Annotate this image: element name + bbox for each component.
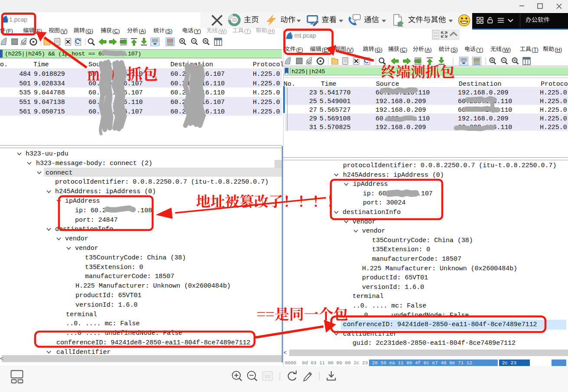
svg-text:(F): (F) (6, 28, 13, 34)
svg-text:(Y): (Y) (476, 47, 483, 53)
svg-text:(W): (W) (218, 28, 227, 34)
svg-text:(V): (V) (346, 47, 354, 53)
svg-text:(S): (S) (165, 28, 173, 34)
svg-text:(W): (W) (502, 47, 511, 53)
svg-text:(T): (T) (532, 47, 539, 53)
svg-text:(G): (G) (85, 28, 93, 34)
svg-text:(H): (H) (555, 47, 562, 53)
svg-text:(Y): (Y) (194, 28, 201, 34)
svg-text:(C): (C) (400, 47, 407, 53)
svg-text:(S): (S) (450, 47, 458, 53)
svg-text:(T): (T) (244, 28, 251, 34)
svg-text:(C): (C) (112, 28, 120, 34)
svg-text:1:1: 1:1 (265, 374, 271, 379)
svg-text:(A): (A) (139, 28, 146, 34)
svg-text:(A): (A) (424, 47, 432, 53)
svg-text:(H): (H) (268, 28, 275, 34)
svg-text:(F): (F) (296, 47, 303, 53)
svg-text:(G): (G) (375, 47, 382, 53)
svg-text:(V): (V) (60, 28, 68, 34)
